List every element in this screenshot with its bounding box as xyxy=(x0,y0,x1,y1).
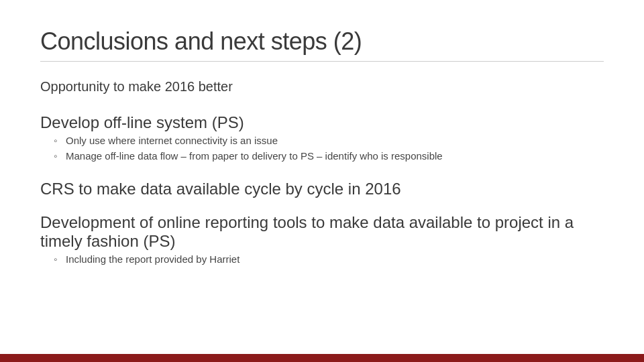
opportunity-block: Opportunity to make 2016 better xyxy=(40,79,604,100)
bullet-only-use: Only use where internet connectivity is … xyxy=(56,133,604,149)
slide-title: Conclusions and next steps (2) xyxy=(40,27,604,56)
crs-block: CRS to make data available cycle by cycl… xyxy=(40,177,604,200)
title-divider xyxy=(40,61,604,62)
slide: Conclusions and next steps (2) Opportuni… xyxy=(0,0,644,362)
develop-offline-block: Develop off-line system (PS) Only use wh… xyxy=(40,111,604,166)
development-bullets: Including the report provided by Harriet xyxy=(40,252,604,267)
bottom-bar xyxy=(0,354,644,362)
development-block: Development of online reporting tools to… xyxy=(40,210,604,270)
development-heading: Development of online reporting tools to… xyxy=(40,213,604,251)
bullet-manage-offline: Manage off-line data flow – from paper t… xyxy=(56,149,604,164)
opportunity-text: Opportunity to make 2016 better xyxy=(40,79,604,95)
crs-text: CRS to make data available cycle by cycl… xyxy=(40,180,604,198)
develop-offline-bullets: Only use where internet connectivity is … xyxy=(40,133,604,164)
title-section: Conclusions and next steps (2) xyxy=(40,27,604,72)
content-section: Opportunity to make 2016 better Develop … xyxy=(40,79,604,274)
bullet-including-harriet: Including the report provided by Harriet xyxy=(56,252,604,267)
develop-offline-heading: Develop off-line system (PS) xyxy=(40,113,604,132)
